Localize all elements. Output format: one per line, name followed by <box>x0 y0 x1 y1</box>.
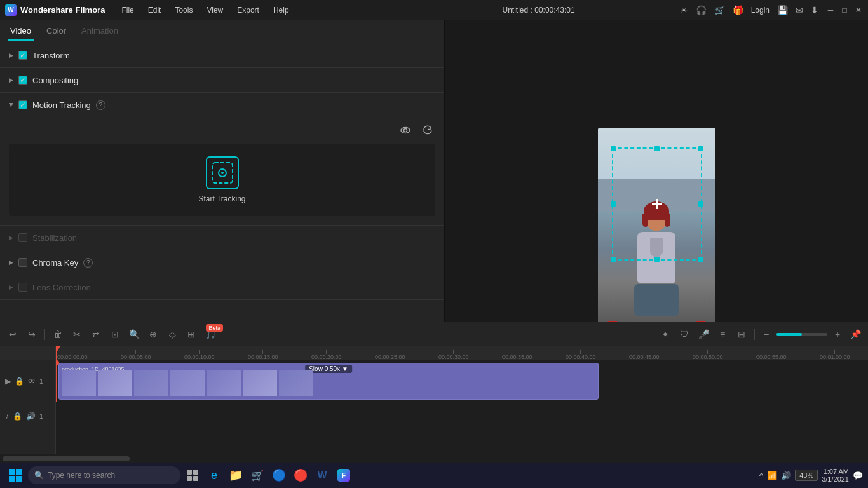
h-scrollbar[interactable] <box>0 454 868 463</box>
menu-export[interactable]: Export <box>231 3 266 17</box>
svg-rect-9 <box>187 470 192 475</box>
effect-icon[interactable]: ✦ <box>658 327 673 342</box>
compositing-header[interactable]: ▶ ✓ Compositing <box>0 68 444 92</box>
split-icon[interactable]: ⊞ <box>184 327 199 342</box>
zoom-in-button[interactable]: + <box>831 328 844 341</box>
motion-tracking-header[interactable]: ▶ ✓ Motion Tracking ? <box>0 93 444 117</box>
tab-color[interactable]: Color <box>44 22 69 41</box>
handle-top-right[interactable] <box>698 146 703 151</box>
thumb-2 <box>98 370 132 396</box>
pin-icon[interactable]: 📌 <box>848 327 863 342</box>
tab-animation[interactable]: Animation <box>79 22 121 41</box>
taskbar-taskview[interactable] <box>183 466 202 485</box>
video-clip[interactable]: Slow 0.50x production_1D_4881635 <box>58 363 599 400</box>
start-tracking-button[interactable]: Start Tracking <box>198 156 245 203</box>
handle-bottom-middle[interactable] <box>654 257 660 262</box>
zoom-icon[interactable]: 🔍 <box>126 327 142 342</box>
delete-icon[interactable]: 🗑 <box>50 327 65 342</box>
taskbar-store[interactable]: 🛒 <box>248 466 267 485</box>
transform-header[interactable]: ▶ ✓ Transform <box>0 43 444 67</box>
motion-tracking-help-icon[interactable]: ? <box>96 100 105 110</box>
zoom-slider[interactable] <box>776 333 827 336</box>
tab-video[interactable]: Video <box>8 22 34 41</box>
silence-icon[interactable]: ⊟ <box>734 327 749 342</box>
undo-icon[interactable]: ↩ <box>5 327 20 342</box>
compositing-check[interactable]: ✓ <box>18 76 27 85</box>
handle-bottom-left[interactable] <box>611 257 616 262</box>
sun-icon[interactable]: ☀ <box>680 5 688 15</box>
zoom-out-button[interactable]: − <box>760 328 773 341</box>
tracking-view-button[interactable] <box>397 122 414 139</box>
start-button[interactable] <box>5 465 25 485</box>
compositing-section: ▶ ✓ Compositing <box>0 68 444 93</box>
close-button[interactable]: ✕ <box>854 6 863 15</box>
redo-icon[interactable]: ↪ <box>24 327 39 342</box>
gift-icon[interactable]: 🎁 <box>733 5 743 15</box>
app-name: Wondershare Filmora <box>20 5 105 15</box>
network-icon[interactable]: 📶 <box>767 471 777 480</box>
handle-top-middle[interactable] <box>654 146 660 151</box>
minimize-button[interactable]: ─ <box>826 6 835 15</box>
menu-file[interactable]: File <box>115 3 140 17</box>
tracking-reset-button[interactable] <box>419 122 435 139</box>
chroma-key-help-icon[interactable]: ? <box>83 258 93 268</box>
taskbar-search[interactable]: 🔍 Type here to search <box>28 466 180 484</box>
cut-icon[interactable]: ✂ <box>69 327 85 342</box>
trim-icon[interactable]: ⇄ <box>88 327 104 342</box>
ruler-tick-12: 00:01:00:00 <box>820 350 850 360</box>
lens-correction-check[interactable] <box>18 283 27 292</box>
tracking-selection-box[interactable] <box>612 147 702 261</box>
ai-icon[interactable]: 🎵 Beta <box>203 327 218 342</box>
headphones-icon[interactable]: 🎧 <box>696 5 707 15</box>
taskbar-filmora[interactable]: F <box>334 466 353 485</box>
taskbar-word[interactable]: W <box>313 466 332 485</box>
taskbar-chrome[interactable]: 🔵 <box>269 466 288 485</box>
taskbar-chrome2[interactable]: 🔴 <box>291 466 310 485</box>
maximize-button[interactable]: □ <box>840 6 849 15</box>
taskbar-edge[interactable]: e <box>205 466 224 485</box>
volume-sys-icon[interactable]: 🔊 <box>781 471 791 480</box>
shield-icon[interactable]: 🛡 <box>677 327 692 342</box>
cart-icon[interactable]: 🛒 <box>714 5 725 15</box>
clock-date: 3/1/2021 <box>822 475 849 483</box>
crop-icon[interactable]: ⊡ <box>107 327 123 342</box>
menu-view[interactable]: View <box>200 3 229 17</box>
playhead[interactable] <box>56 346 57 360</box>
battery-indicator[interactable]: 43% <box>795 470 818 481</box>
sys-tray-chevron[interactable]: ^ <box>759 471 763 480</box>
stabilization-section: ▶ Stabilization <box>0 226 444 250</box>
stabilization-header[interactable]: ▶ Stabilization <box>0 226 444 250</box>
handle-middle-left[interactable] <box>611 201 616 207</box>
handle-bottom-right[interactable] <box>698 257 703 262</box>
eye-icon[interactable]: 👁 <box>28 377 36 386</box>
music-icon: ♪ <box>5 412 9 421</box>
lens-correction-arrow: ▶ <box>9 284 13 290</box>
mic-icon[interactable]: 🎤 <box>696 327 711 342</box>
notification-icon[interactable]: 💬 <box>853 471 863 480</box>
menu-tools[interactable]: Tools <box>168 3 199 17</box>
motion-tracking-check[interactable]: ✓ <box>18 100 27 109</box>
lock-icon[interactable]: 🔒 <box>15 377 24 386</box>
snap-icon[interactable]: ⊕ <box>146 327 161 342</box>
transform-check[interactable]: ✓ <box>18 51 27 60</box>
menu-edit[interactable]: Edit <box>142 3 168 17</box>
window-controls: ─ □ ✕ <box>826 6 863 15</box>
stabilization-check[interactable] <box>18 233 27 242</box>
login-button[interactable]: Login <box>751 6 770 15</box>
keyframe-icon[interactable]: ◇ <box>165 327 180 342</box>
taskbar-files[interactable]: 📁 <box>226 466 245 485</box>
menu-help[interactable]: Help <box>267 3 295 17</box>
audio-vol-icon[interactable]: 🔊 <box>26 412 36 421</box>
download-icon[interactable]: ⬇ <box>811 5 818 15</box>
subtitle-icon[interactable]: ≡ <box>715 327 730 342</box>
svg-rect-8 <box>16 476 22 482</box>
audio-lock-icon[interactable]: 🔒 <box>13 412 22 421</box>
save-icon[interactable]: 💾 <box>777 5 788 15</box>
chroma-key-check[interactable] <box>18 258 27 267</box>
handle-middle-right[interactable] <box>698 201 703 207</box>
h-scroll-thumb[interactable] <box>3 456 130 461</box>
chroma-key-header[interactable]: ▶ Chroma Key ? <box>0 250 444 274</box>
mail-icon[interactable]: ✉ <box>796 5 803 15</box>
lens-correction-header[interactable]: ▶ Lens Correction <box>0 275 444 299</box>
handle-top-left[interactable] <box>611 146 616 151</box>
